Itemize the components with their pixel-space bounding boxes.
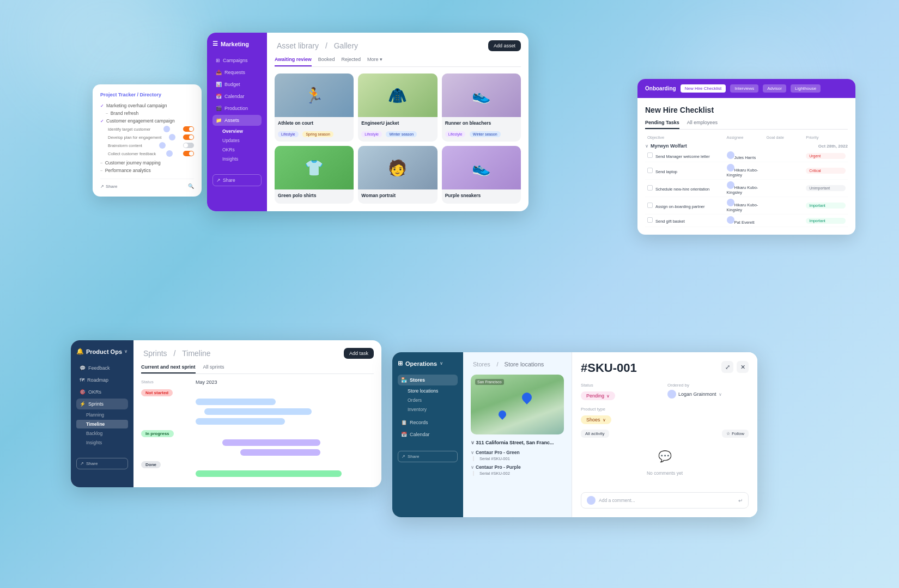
- gantt-bar: [204, 408, 311, 415]
- tab-awaiting-review[interactable]: Awaiting review: [275, 57, 312, 66]
- comment-input[interactable]: Add a comment...: [599, 498, 735, 503]
- gantt-bar: [240, 449, 320, 456]
- ops-share-button[interactable]: ↗ Share: [398, 451, 458, 462]
- product-ops-card: 🔔 Product Ops ∨ 💬 Feedback 🗺 Roadmap 🎯 O…: [71, 340, 381, 487]
- sidebar-sub-okrs[interactable]: OKRs: [212, 145, 262, 154]
- sidebar-item-campaigns[interactable]: ⊞ Campaigns: [212, 55, 262, 66]
- ops-nav-calendar[interactable]: 📅 Calendar: [398, 429, 458, 440]
- list-item[interactable]: 👟 Runner on bleachers Lifestyle Winter s…: [442, 74, 521, 142]
- pt-toggle-2[interactable]: [183, 143, 194, 148]
- pt-toggle-1[interactable]: [183, 134, 194, 140]
- pt-toggle-3[interactable]: [183, 151, 194, 156]
- calendar-icon: 📅: [216, 94, 222, 99]
- ob-person-name: Myrwyn Wolfart Oct 28th, 2022: [645, 143, 848, 149]
- marketing-sidebar: ☰ Marketing ⊞ Campaigns 📥 Requests 📊 Bud…: [207, 33, 267, 211]
- records-icon: 📋: [401, 420, 407, 425]
- asset-gallery-grid: 🏃 Athlete on court Lifestyle Spring seas…: [275, 74, 521, 204]
- pt-avatar-2: [159, 142, 166, 149]
- grid-icon: ⊞: [216, 58, 220, 63]
- ob-tab-interviews[interactable]: Interviews: [730, 84, 758, 93]
- mm-tabs: Awaiting review Booked Rejected More ▾: [275, 57, 521, 67]
- po-share-button[interactable]: ↗ Share: [76, 458, 128, 469]
- po-nav-okrs[interactable]: 🎯 OKRs: [76, 387, 128, 397]
- sprint-tab-current[interactable]: Current and next sprint: [141, 364, 196, 373]
- sku-title: #SKU-001: [581, 361, 637, 375]
- activity-dropdown[interactable]: All activity: [581, 430, 609, 438]
- tab-more[interactable]: More ▾: [367, 57, 382, 66]
- sprint-tab-all[interactable]: All sprints: [203, 364, 224, 373]
- add-task-button[interactable]: Add task: [344, 348, 374, 359]
- status-badge: In progress: [141, 430, 174, 437]
- ob-tab-new-hire[interactable]: New Hire Checklist: [681, 84, 726, 93]
- close-button[interactable]: ✕: [737, 361, 749, 373]
- ops-sub-store-locations[interactable]: Store locations: [398, 387, 458, 395]
- ops-location: 311 California Street, San Franc...: [471, 440, 564, 445]
- ob-tab-advisor[interactable]: Advisor: [763, 84, 786, 93]
- po-nav-feedback[interactable]: 💬 Feedback: [76, 363, 128, 373]
- gantt-body: Not started: [141, 389, 374, 480]
- gantt-row: [141, 408, 374, 415]
- list-item[interactable]: 👕 Green polo shirts: [275, 146, 354, 204]
- ops-detail-panel: #SKU-001 ⤢ ✕ Status Pending Ordered by L…: [572, 352, 757, 517]
- po-nav-sprints[interactable]: ⚡ Sprints: [76, 399, 128, 409]
- gantt-row: [141, 398, 374, 406]
- ob-subtab-pending[interactable]: Pending Tasks: [645, 120, 679, 129]
- list-item[interactable]: 🏃 Athlete on court Lifestyle Spring seas…: [275, 74, 354, 142]
- pt-section-marketing: ✓ Marketing overhaul campaign: [100, 103, 194, 108]
- gantt-section-not-started: Not started: [141, 389, 374, 427]
- sidebar-item-assets[interactable]: 📁 Assets: [212, 115, 262, 126]
- tab-rejected[interactable]: Rejected: [341, 57, 361, 66]
- ops-sub-inventory[interactable]: Inventory: [398, 405, 458, 414]
- po-nav-roadmap[interactable]: 🗺 Roadmap: [76, 375, 128, 385]
- store-icon: 🏪: [401, 377, 407, 383]
- gantt-row: [141, 449, 374, 456]
- ops-store-centaur-green: Centaur Pro - Green Serial #SKU-001: [471, 450, 564, 461]
- follow-button[interactable]: ☆ Follow: [722, 430, 749, 438]
- onboarding-body-title: New Hire Checklist: [645, 106, 848, 114]
- sidebar-sub-insights[interactable]: Insights: [212, 155, 262, 163]
- list-item[interactable]: 👟 Purple sneakers: [442, 146, 521, 204]
- add-asset-button[interactable]: Add asset: [488, 40, 521, 51]
- list-item[interactable]: 🧥 EngineerU jacket Lifestyle Winter seas…: [358, 74, 437, 142]
- ops-product-type: Product type Shoes: [581, 407, 749, 424]
- ops-nav-records[interactable]: 📋 Records: [398, 417, 458, 428]
- sidebar-item-calendar[interactable]: 📅 Calendar: [212, 91, 262, 102]
- ob-subtab-all[interactable]: All employees: [687, 120, 718, 129]
- sprint-icon: ⚡: [80, 401, 86, 407]
- po-sub-insights[interactable]: Insights: [76, 438, 128, 447]
- gantt-row: [141, 470, 374, 477]
- pt-task-0: Identify target customer: [108, 126, 194, 132]
- pt-section-customer: ✓ Customer engagement campaign: [100, 118, 194, 124]
- po-sub-backlog[interactable]: Backlog: [76, 429, 128, 438]
- status-badge[interactable]: Pending: [581, 391, 615, 400]
- tab-booked[interactable]: Booked: [318, 57, 335, 66]
- table-row: Send gift basket Pat Everett Important: [645, 215, 848, 227]
- marketing-share-button[interactable]: ↗ Share: [212, 174, 262, 186]
- chart-icon: 📊: [216, 82, 222, 87]
- gantt-bar: [222, 439, 320, 446]
- gantt-section-in-progress: In progress: [141, 430, 374, 458]
- po-sub-timeline[interactable]: Timeline: [76, 420, 128, 428]
- ops-sub-orders[interactable]: Orders: [398, 396, 458, 405]
- ops-nav-stores[interactable]: 🏪 Stores: [398, 375, 458, 385]
- maximize-button[interactable]: ⤢: [721, 361, 733, 373]
- gantt-bar: [196, 418, 285, 425]
- marketing-card: ☰ Marketing ⊞ Campaigns 📥 Requests 📊 Bud…: [207, 33, 529, 211]
- sidebar-item-budget[interactable]: 📊 Budget: [212, 79, 262, 90]
- po-sub-planning[interactable]: Planning: [76, 411, 128, 419]
- sidebar-item-requests[interactable]: 📥 Requests: [212, 67, 262, 78]
- pt-section-brand: − Brand refresh: [106, 111, 194, 116]
- po-page-title: Sprints / Timeline: [141, 349, 213, 358]
- ob-subtabs: Pending Tasks All employees: [645, 120, 848, 130]
- sidebar-sub-updates[interactable]: Updates: [212, 136, 262, 145]
- ob-tab-lighthouse[interactable]: Lighthouse: [791, 84, 821, 93]
- list-item[interactable]: 🧑 Woman portrait: [358, 146, 437, 204]
- onboarding-header: Onboarding New Hire Checklist Interviews…: [637, 79, 855, 98]
- product-type-badge[interactable]: Shoes: [581, 415, 611, 424]
- ops-sidebar-title: ⊞ Operations ∨: [398, 360, 458, 367]
- sidebar-sub-overview[interactable]: Overview: [212, 127, 262, 136]
- share-icon: ↗: [402, 454, 405, 459]
- pt-share-button[interactable]: ↗ Share: [100, 183, 117, 189]
- pt-toggle-0[interactable]: [183, 126, 194, 132]
- sidebar-item-production[interactable]: 🎬 Production: [212, 103, 262, 114]
